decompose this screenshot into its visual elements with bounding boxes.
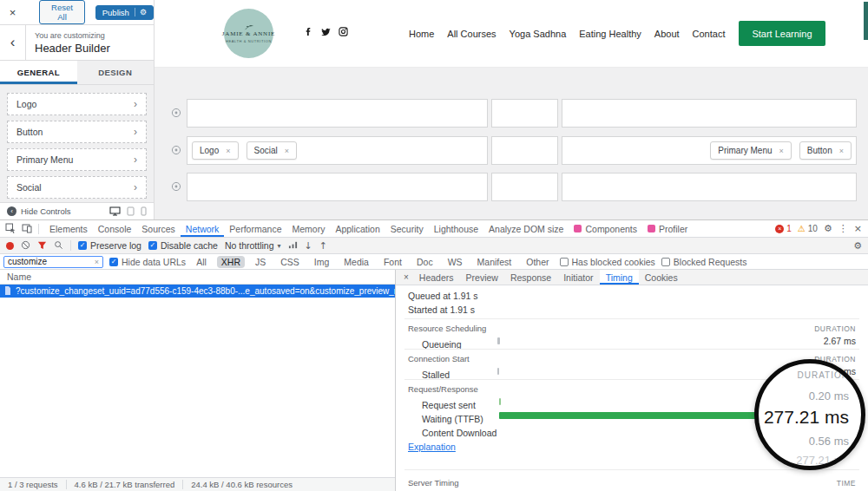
request-row-selected[interactable]: ?customize_changeset_uuid=ad77d556-c159-… (0, 285, 395, 298)
drop-zone[interactable] (491, 99, 558, 128)
throttling-select[interactable]: No throttling▾ (225, 240, 281, 251)
tab-response[interactable]: Response (504, 270, 557, 285)
facebook-icon[interactable] (304, 24, 312, 40)
chip-button[interactable]: Button× (799, 141, 852, 160)
tab-general[interactable]: GENERAL (0, 61, 77, 84)
tab-profiler[interactable]: Profiler (642, 220, 693, 237)
clear-icon[interactable] (21, 240, 30, 252)
tab-analyze-dom-size[interactable]: Analyze DOM size (483, 220, 569, 237)
tab-preview[interactable]: Preview (460, 270, 504, 285)
tab-lighthouse[interactable]: Lighthouse (429, 220, 483, 237)
filter-type-font[interactable]: Font (379, 256, 406, 268)
nav-home[interactable]: Home (409, 29, 434, 39)
twitter-icon[interactable] (320, 24, 331, 40)
tab-performance[interactable]: Performance (224, 220, 286, 237)
settings-gear-icon[interactable]: ⚙ (824, 223, 832, 234)
explanation-link[interactable]: Explanation (408, 442, 456, 452)
tab-initiator[interactable]: Initiator (557, 270, 599, 285)
network-filter-input[interactable]: customize× (3, 256, 103, 268)
drag-target-icon[interactable] (171, 145, 181, 155)
drag-target-icon[interactable] (171, 108, 181, 118)
tab-headers[interactable]: Headers (413, 270, 460, 285)
network-settings-gear-icon[interactable]: ⚙ (853, 240, 862, 252)
chip-logo[interactable]: Logo× (192, 141, 239, 160)
filter-type-media[interactable]: Media (339, 256, 373, 268)
close-icon[interactable]: × (0, 6, 25, 19)
filter-type-other[interactable]: Other (522, 256, 553, 268)
tab-design[interactable]: DESIGN (77, 61, 155, 84)
filter-type-ws[interactable]: WS (444, 256, 467, 268)
network-conditions-icon[interactable] (288, 240, 298, 252)
nav-yoga-sadhna[interactable]: Yoga Sadhna (510, 29, 567, 39)
clear-filter-icon[interactable]: × (95, 258, 99, 266)
chip-primary-menu[interactable]: Primary Menu× (710, 141, 792, 160)
tab-elements[interactable]: Elements (44, 220, 93, 237)
sidebar-item-social[interactable]: Social› (7, 176, 147, 199)
drop-zone-center[interactable] (491, 136, 558, 165)
drop-zone[interactable] (187, 173, 488, 201)
remove-icon[interactable]: × (226, 147, 230, 155)
drop-zone[interactable] (491, 173, 558, 201)
export-har-icon[interactable]: ↑ (319, 240, 327, 252)
chip-social[interactable]: Social× (247, 141, 298, 160)
nav-contact[interactable]: Contact (693, 29, 726, 39)
blocked-requests-checkbox[interactable]: Blocked Requests (661, 257, 747, 267)
instagram-icon[interactable] (339, 24, 348, 40)
drop-zone[interactable] (562, 99, 857, 128)
sidebar-item-button[interactable]: Button› (7, 121, 147, 143)
tab-network[interactable]: Network (181, 220, 225, 237)
nav-all-courses[interactable]: All Courses (447, 29, 496, 39)
record-icon[interactable] (6, 242, 14, 250)
filter-type-js[interactable]: JS (251, 256, 270, 268)
close-details-icon[interactable]: × (399, 272, 413, 282)
drop-zone[interactable] (187, 99, 488, 128)
error-badge[interactable]: ×1 (775, 224, 792, 233)
start-learning-button[interactable]: Start Learning (739, 21, 825, 46)
tab-application[interactable]: Application (330, 220, 385, 237)
tab-memory[interactable]: Memory (286, 220, 330, 237)
import-har-icon[interactable]: ↓ (305, 240, 312, 252)
filter-type-all[interactable]: All (192, 256, 211, 268)
hide-data-urls-checkbox[interactable]: ✓Hide data URLs (109, 257, 186, 267)
filter-type-xhr[interactable]: XHR (217, 256, 245, 268)
filter-type-doc[interactable]: Doc (412, 256, 437, 268)
remove-icon[interactable]: × (779, 147, 784, 155)
sidebar-item-logo[interactable]: Logo› (7, 93, 147, 115)
site-logo[interactable]: JAMIE & ANNIE HEALTH & NUTRITION (224, 9, 273, 58)
desktop-icon[interactable] (109, 206, 121, 216)
drag-target-icon[interactable] (171, 181, 181, 192)
back-icon[interactable]: ‹ (0, 25, 26, 60)
search-icon[interactable] (54, 240, 63, 252)
tab-timing[interactable]: Timing (600, 270, 639, 285)
nav-about[interactable]: About (654, 29, 680, 39)
filter-type-manifest[interactable]: Manifest (473, 256, 516, 268)
drop-zone-right[interactable]: Primary Menu× Button× (562, 136, 857, 165)
warning-badge[interactable]: ⚠10 (798, 224, 818, 233)
close-devtools-icon[interactable]: × (854, 223, 862, 234)
inspect-icon[interactable] (5, 221, 16, 237)
hide-controls-icon[interactable]: ‹ (7, 206, 16, 216)
remove-icon[interactable]: × (839, 147, 844, 155)
drop-zone-left[interactable]: Logo× Social× (187, 136, 488, 165)
filter-type-css[interactable]: CSS (276, 256, 304, 268)
tab-security[interactable]: Security (385, 220, 429, 237)
tab-cookies[interactable]: Cookies (639, 270, 684, 285)
reset-all-button[interactable]: Reset All (39, 0, 85, 24)
preserve-log-checkbox[interactable]: ✓Preserve log (78, 240, 141, 251)
filter-type-img[interactable]: Img (310, 256, 334, 268)
has-blocked-cookies-checkbox[interactable]: Has blocked cookies (560, 257, 655, 267)
remove-icon[interactable]: × (285, 147, 289, 155)
publish-settings-gear-icon[interactable]: ⚙ (135, 8, 147, 16)
device-toolbar-icon[interactable] (22, 221, 32, 237)
mobile-icon[interactable] (141, 206, 147, 216)
more-menu-icon[interactable]: ⋮ (838, 223, 848, 234)
tab-console[interactable]: Console (93, 220, 137, 237)
hide-controls-label[interactable]: Hide Controls (21, 206, 71, 216)
filter-icon[interactable] (37, 240, 47, 252)
tab-components[interactable]: Components (569, 220, 642, 237)
disable-cache-checkbox[interactable]: ✓Disable cache (148, 240, 218, 251)
sidebar-item-primary-menu[interactable]: Primary Menu› (7, 148, 147, 171)
name-column-header[interactable]: Name (0, 270, 395, 285)
tablet-icon[interactable] (127, 206, 135, 216)
tab-sources[interactable]: Sources (136, 220, 181, 237)
